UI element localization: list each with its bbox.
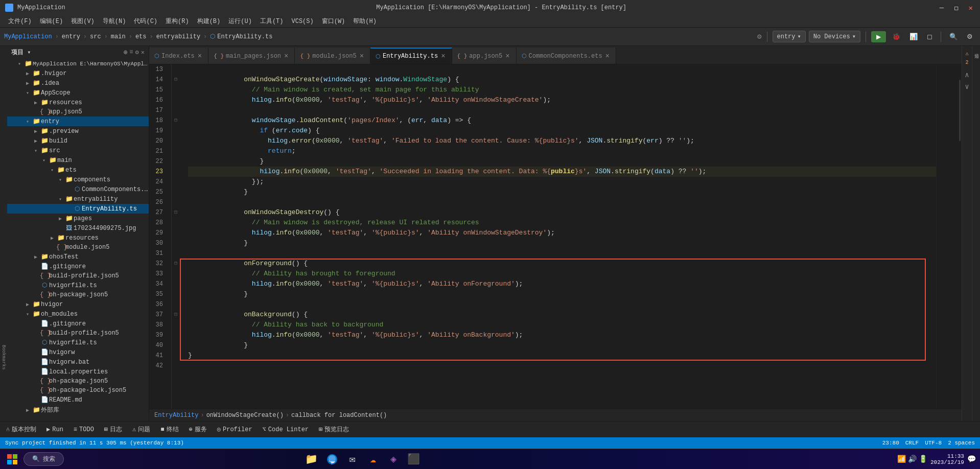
tree-item[interactable]: ⬡ hvigorfile.ts — [7, 280, 149, 290]
tree-item[interactable]: ▾ 📁 components — [7, 175, 149, 184]
tree-item[interactable]: { } app.json5 — [7, 107, 149, 116]
code-linter-btn[interactable]: ⌥ Code Linter — [261, 425, 311, 434]
taskbar-app-edge[interactable] — [323, 450, 341, 468]
tree-item[interactable]: 📄 README.md — [7, 395, 149, 405]
tree-item[interactable]: ▾ 📁 entryability — [7, 194, 149, 204]
menu-file[interactable]: 文件(F) — [4, 16, 36, 27]
tree-item[interactable]: { } build-profile.json5 — [7, 271, 149, 280]
coverage-button[interactable]: ◻ — [924, 31, 936, 42]
tree-item[interactable]: ▾ 📁 AppScope — [7, 88, 149, 98]
settings-icon[interactable]: ⚙ — [757, 32, 761, 41]
tree-item[interactable]: { } build-profile.json5 — [7, 329, 149, 338]
collapse-icon[interactable]: ∨ — [965, 82, 969, 91]
problems-btn[interactable]: ⚠ 问题 — [130, 424, 152, 435]
tab-close-icon[interactable]: × — [359, 52, 365, 60]
settings-button[interactable]: ⚙ — [964, 31, 976, 42]
tree-item[interactable]: ▶ 📁 外部库 — [7, 405, 149, 415]
tab-module[interactable]: { } module.json5 × — [295, 48, 370, 64]
run-btn[interactable]: ▶ Run — [44, 425, 65, 434]
tab-close-icon[interactable]: × — [440, 52, 446, 60]
tree-item[interactable]: ⬡ CommonComponents.ets — [7, 184, 149, 194]
title-bar-controls[interactable]: — ◻ ✕ — [938, 4, 975, 12]
preview-log-btn[interactable]: ⊞ 预览日志 — [317, 424, 351, 435]
sidebar-icon-4[interactable]: ✕ — [141, 49, 145, 56]
sidebar-project-label[interactable]: 项目 ▾ — [11, 48, 31, 57]
tree-item[interactable]: ▾ 📁 src — [7, 146, 149, 155]
tree-item[interactable]: 🖼 1702344909275.jpg — [7, 223, 149, 233]
line-col[interactable]: 23:80 — [882, 440, 899, 446]
tree-item[interactable]: ▶ 📁 .hvigor — [7, 68, 149, 78]
code-editor[interactable]: onWindowStageCreate(windowStage: window.… — [180, 64, 936, 409]
breadcrumb-src[interactable]: src — [90, 33, 101, 40]
active-file-item[interactable]: ⬡ EntryAbility.ts — [7, 204, 149, 214]
menu-vcs[interactable]: VCS(S) — [287, 17, 317, 26]
sidebar-icon-2[interactable]: ≡ — [129, 49, 133, 56]
expand-icon[interactable]: ∧ — [965, 71, 969, 79]
services-btn[interactable]: ⊕ 服务 — [187, 424, 209, 435]
notification-center-icon[interactable]: 💬 — [967, 455, 976, 463]
tab-common[interactable]: ⬡ CommonComponents.ets × — [517, 48, 616, 64]
menu-nav[interactable]: 导航(N) — [99, 16, 130, 27]
tab-close-icon[interactable]: × — [283, 52, 289, 60]
menu-window[interactable]: 窗口(W) — [318, 16, 349, 27]
tree-item[interactable]: ▶ 📁 .preview — [7, 126, 149, 136]
tree-item[interactable]: 📄 hvigorw.bat — [7, 357, 149, 367]
tab-appjson[interactable]: { } app.json5 × — [452, 48, 517, 64]
bookmarks-label[interactable]: Bookmarks — [1, 345, 6, 370]
tree-item[interactable]: ▶ 📁 ohosTest — [7, 252, 149, 262]
tree-item[interactable]: ▾ 📁 oh_modules — [7, 309, 149, 319]
taskbar-app-terminal[interactable]: ⬛ — [405, 450, 423, 468]
breadcrumb-entryability[interactable]: entryability — [156, 33, 200, 40]
search-button[interactable]: 🔍 — [946, 31, 961, 42]
breadcrumb-main[interactable]: main — [111, 33, 126, 40]
tree-item[interactable]: 📄 local.properties — [7, 367, 149, 377]
version-control-btn[interactable]: ⑃ 版本控制 — [4, 424, 38, 435]
close-button[interactable]: ✕ — [967, 4, 975, 12]
tree-item[interactable]: ▶ 📁 resources — [7, 98, 149, 107]
scrollbar-thumb[interactable] — [959, 80, 961, 141]
todo-btn[interactable]: ≡ TODO — [72, 425, 96, 434]
finish-btn[interactable]: ■ 终结 — [158, 424, 180, 435]
tab-index[interactable]: ⬡ Index.ets × — [149, 48, 208, 64]
editor-bc-3[interactable]: callback for loadContent() — [291, 412, 387, 419]
tab-close-icon[interactable]: × — [197, 52, 203, 60]
taskbar-app-files[interactable]: 📁 — [302, 450, 321, 468]
tree-item[interactable]: 📄 hvigorw — [7, 347, 149, 357]
menu-run[interactable]: 运行(U) — [224, 16, 256, 27]
profiler-btn[interactable]: ◎ Profiler — [215, 425, 254, 434]
tree-item[interactable]: ▶ 📁 resources — [7, 233, 149, 243]
tab-close-icon[interactable]: × — [504, 52, 510, 60]
tree-item[interactable]: ▶ 📁 .idea — [7, 78, 149, 88]
tree-item[interactable]: ▾ 📁 main — [7, 155, 149, 165]
tree-item[interactable]: ▾ 📁 MyApplication E:\HarmonyOS\MyApplica… — [7, 59, 149, 68]
menu-build[interactable]: 构建(B) — [193, 16, 225, 27]
menu-edit[interactable]: 编辑(E) — [36, 16, 67, 27]
tree-item[interactable]: ▾ 📁 ets — [7, 165, 149, 175]
profile-button[interactable]: 📊 — [906, 31, 921, 42]
line-ending[interactable]: CRLF — [905, 440, 919, 446]
tree-item[interactable]: { } oh-package.json5 — [7, 290, 149, 299]
menu-help[interactable]: 帮助(H) — [349, 16, 381, 27]
tree-item[interactable]: { } module.json5 — [7, 243, 149, 252]
tree-item[interactable]: ▶ 📁 hvigor — [7, 299, 149, 309]
tree-item[interactable]: ⬡ hvigorfile.ts — [7, 338, 149, 347]
tree-item[interactable]: { } oh-package.json5 — [7, 377, 149, 386]
menu-tools[interactable]: 工具(T) — [256, 16, 288, 27]
sidebar-icon-1[interactable]: ⊕ — [124, 49, 127, 56]
encoding[interactable]: UTF-8 — [925, 440, 942, 446]
sidebar-icon-3[interactable]: ⚙ — [135, 49, 139, 56]
menu-code[interactable]: 代码(C) — [130, 16, 161, 27]
tree-item[interactable]: { } oh-package-lock.json5 — [7, 386, 149, 395]
menu-refactor[interactable]: 重构(R) — [161, 16, 193, 27]
taskbar-app-harmony[interactable]: ◈ — [384, 450, 403, 468]
tree-item[interactable]: 📄 .gitignore — [7, 262, 149, 271]
devices-dropdown[interactable]: No Devices ▾ — [809, 31, 860, 42]
debug-button[interactable]: 🐞 — [889, 31, 903, 42]
tree-item[interactable]: ▾ 📁 entry — [7, 116, 149, 126]
tree-item[interactable]: ▶ 📁 build — [7, 136, 149, 146]
tab-entryability[interactable]: ⬡ EntryAbility.ts × — [370, 48, 452, 64]
taskbar-app-cloud[interactable]: ☁ — [364, 450, 382, 468]
code-container[interactable]: 13 14 15 16 17 18 19 20 21 22 23 24 25 2… — [149, 64, 962, 409]
entry-dropdown[interactable]: entry ▾ — [773, 31, 806, 42]
breadcrumb-myapp[interactable]: MyApplication — [4, 33, 52, 40]
